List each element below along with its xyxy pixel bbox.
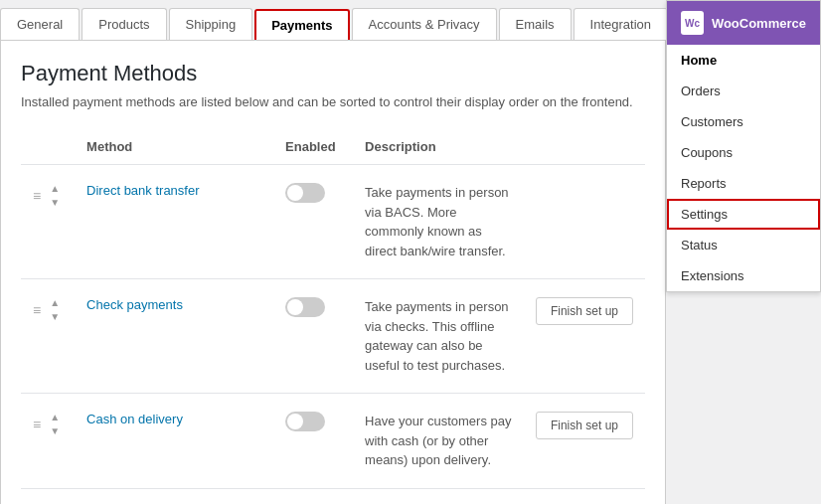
col-drag bbox=[21, 129, 75, 165]
action-cell: Finish set up bbox=[524, 394, 645, 489]
desc-cell: Take payments in person via checks. This… bbox=[353, 279, 524, 394]
move-up-btn[interactable]: ▲ bbox=[47, 412, 63, 423]
tab-general[interactable]: General bbox=[0, 8, 80, 40]
move-up-btn[interactable]: ▲ bbox=[47, 297, 63, 309]
move-up-btn[interactable]: ▲ bbox=[47, 183, 63, 195]
wc-logo-text: Wc bbox=[685, 18, 700, 29]
drag-icon: ≡ bbox=[33, 302, 41, 318]
toggle-slider bbox=[285, 183, 325, 203]
sidebar-item-settings[interactable]: Settings bbox=[667, 199, 820, 230]
toggle-slider bbox=[285, 297, 325, 317]
tab-emails[interactable]: Emails bbox=[499, 8, 572, 40]
move-down-btn[interactable]: ▼ bbox=[47, 425, 63, 437]
tab-shipping[interactable]: Shipping bbox=[169, 8, 253, 40]
sidebar-item-reports[interactable]: Reports bbox=[667, 168, 820, 199]
method-name-cell: Direct bank transfer bbox=[75, 165, 273, 279]
toggle-cell bbox=[273, 165, 353, 279]
tab-accounts-privacy[interactable]: Accounts & Privacy bbox=[352, 8, 497, 40]
wc-header: Wc WooCommerce bbox=[667, 1, 820, 45]
table-row: ≡ ▲ ▼ Direct bank transfer bbox=[21, 165, 645, 279]
move-down-btn[interactable]: ▼ bbox=[47, 197, 63, 209]
content-panel: Payment Methods Installed payment method… bbox=[0, 41, 666, 504]
payment-table: Method Enabled Description ≡ ▲ bbox=[21, 129, 645, 489]
method-link[interactable]: Check payments bbox=[86, 297, 183, 312]
tab-payments[interactable]: Payments bbox=[254, 9, 349, 40]
finish-setup-button[interactable]: Finish set up bbox=[536, 412, 633, 439]
page-subtitle: Installed payment methods are listed bel… bbox=[21, 94, 645, 109]
method-link[interactable]: Direct bank transfer bbox=[86, 183, 199, 198]
drag-controls: ≡ ▲ ▼ bbox=[21, 394, 75, 489]
sidebar-item-extensions[interactable]: Extensions bbox=[667, 260, 820, 291]
action-cell: Finish set up bbox=[524, 279, 645, 394]
desc-cell: Have your customers pay with cash (or by… bbox=[353, 394, 524, 489]
enabled-toggle[interactable] bbox=[285, 297, 325, 317]
table-row: ≡ ▲ ▼ Cash on delivery bbox=[21, 394, 645, 489]
sidebar-item-orders[interactable]: Orders bbox=[667, 76, 820, 106]
method-name-cell: Check payments bbox=[75, 279, 273, 394]
wc-menu: Home Orders Customers Coupons Reports Se… bbox=[667, 45, 820, 291]
action-cell bbox=[524, 165, 645, 279]
wc-logo: Wc bbox=[681, 11, 704, 35]
enabled-toggle[interactable] bbox=[285, 183, 325, 203]
finish-setup-button[interactable]: Finish set up bbox=[536, 297, 633, 325]
sidebar-item-home[interactable]: Home bbox=[667, 45, 820, 76]
method-link[interactable]: Cash on delivery bbox=[86, 412, 183, 426]
page-title: Payment Methods bbox=[21, 61, 645, 86]
page-wrapper: General Products Shipping Payments Accou… bbox=[0, 0, 821, 504]
desc-text: Take payments in person via checks. This… bbox=[365, 299, 509, 373]
desc-text: Take payments in person via BACS. More c… bbox=[365, 185, 509, 258]
sidebar-item-customers[interactable]: Customers bbox=[667, 106, 820, 137]
col-actions bbox=[524, 129, 645, 165]
sidebar-item-coupons[interactable]: Coupons bbox=[667, 137, 820, 168]
drag-icon: ≡ bbox=[33, 188, 41, 204]
col-method: Method bbox=[75, 129, 273, 165]
wc-dropdown: Wc WooCommerce Home Orders Customers Cou… bbox=[666, 0, 821, 292]
drag-icon: ≡ bbox=[33, 417, 41, 432]
enabled-toggle[interactable] bbox=[285, 412, 325, 431]
wc-brand-name: WooCommerce bbox=[712, 16, 806, 31]
col-enabled: Enabled bbox=[273, 129, 353, 165]
sidebar-item-status[interactable]: Status bbox=[667, 230, 820, 260]
table-row: ≡ ▲ ▼ Check payments bbox=[21, 279, 645, 394]
move-down-btn[interactable]: ▼ bbox=[47, 311, 63, 323]
tab-products[interactable]: Products bbox=[82, 8, 166, 40]
desc-text: Have your customers pay with cash (or by… bbox=[365, 414, 511, 467]
tab-integration[interactable]: Integration bbox=[574, 8, 668, 40]
toggle-slider bbox=[285, 412, 325, 431]
desc-cell: Take payments in person via BACS. More c… bbox=[353, 165, 524, 279]
toggle-cell bbox=[273, 394, 353, 489]
drag-controls: ≡ ▲ ▼ bbox=[21, 279, 75, 394]
method-name-cell: Cash on delivery bbox=[75, 394, 273, 489]
toggle-cell bbox=[273, 279, 353, 394]
drag-controls: ≡ ▲ ▼ bbox=[21, 165, 75, 279]
col-description: Description bbox=[353, 129, 524, 165]
